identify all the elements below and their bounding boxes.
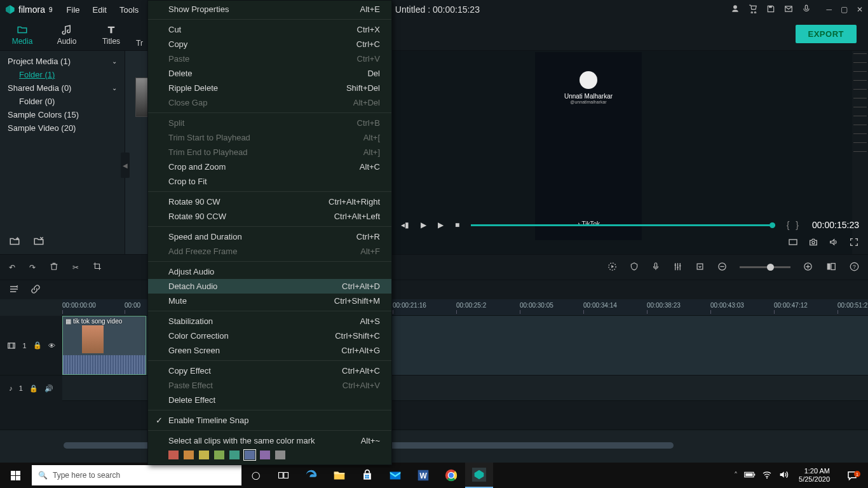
store-icon[interactable] [353,463,381,488]
ctx-color-swatch[interactable] [245,451,255,459]
tree-item[interactable]: Folder (0) [0,95,125,108]
ctx-color-swatch[interactable] [199,451,209,459]
minimize-button[interactable]: ─ [826,5,832,14]
lock-icon[interactable]: 🔒 [29,384,38,393]
menu-tools[interactable]: Tools [114,3,144,17]
quality-icon[interactable] [788,237,798,249]
manage-tracks-icon[interactable] [9,284,19,296]
link-icon[interactable] [31,284,41,296]
preview-viewport[interactable]: Unnati Malharkar @unnatimalharkar ♪ TikT… [535,52,642,240]
ctx-mute[interactable]: MuteCtrl+Shift+M [148,294,391,308]
ctx-rotate-90-cw[interactable]: Rotate 90 CWCtrl+Alt+Right [148,194,391,209]
word-icon[interactable]: W [409,463,437,488]
audio-track-header[interactable]: ♪ 1 🔒 🔊 [0,376,62,401]
sound-icon[interactable] [778,470,789,482]
delete-folder-icon[interactable] [33,236,44,249]
taskbar-search[interactable]: 🔍 Type here to search [32,465,241,485]
ctx-color-swatch[interactable] [168,451,179,459]
ctx-color-swatch[interactable] [260,451,270,459]
ctx-rotate-90-ccw[interactable]: Rotate 90 CCWCtrl+Alt+Left [148,209,391,224]
taskbar-clock[interactable]: 1:20 AM 5/25/2020 [795,467,834,484]
zoom-slider[interactable] [740,266,790,268]
notifications-icon[interactable]: 1 [840,470,864,481]
close-button[interactable]: ✕ [857,5,863,14]
edge-icon[interactable] [297,463,325,488]
video-clip[interactable]: ▦tik tok song video [62,316,146,375]
wifi-icon[interactable] [762,470,772,482]
ctx-detach-audio[interactable]: Detach AudioCtrl+Alt+D [148,279,391,294]
split-icon[interactable]: ✂ [72,263,79,272]
stop-button[interactable]: ■ [455,220,459,229]
mixer-icon[interactable] [673,262,682,273]
chrome-icon[interactable] [437,463,465,488]
preview-progress[interactable] [471,224,775,226]
tree-item[interactable]: Sample Colors (15) [0,108,125,121]
redo-icon[interactable]: ↷ [29,263,36,272]
marker-icon[interactable] [630,262,639,273]
tab-audio[interactable]: Audio [44,19,89,50]
tray-chevron-icon[interactable]: ˄ [734,471,738,480]
menu-edit[interactable]: Edit [88,3,112,17]
taskview-icon[interactable] [269,463,297,488]
tab-media[interactable]: Media [0,19,44,50]
ctx-color-swatch[interactable] [184,451,194,459]
maximize-button[interactable]: ▢ [841,5,848,14]
ctx-crop-and-zoom[interactable]: Crop and ZoomAlt+C [148,159,391,174]
ctx-adjust-audio[interactable]: Adjust Audio [148,264,391,279]
ctx-delete-effect[interactable]: Delete Effect [148,393,391,407]
filmora-task-icon[interactable] [465,463,493,488]
zoom-fit-icon[interactable] [825,262,837,273]
ctx-stabilization[interactable]: StabilizationAlt+S [148,314,391,329]
mic-icon[interactable] [802,4,811,15]
message-icon[interactable] [784,4,793,15]
ctx-delete[interactable]: DeleteDel [148,66,391,81]
add-marker-icon[interactable] [695,262,705,273]
undo-icon[interactable]: ↶ [9,263,15,272]
empty-track[interactable] [0,401,868,430]
ctx-green-screen[interactable]: Green ScreenCtrl+Alt+G [148,343,391,358]
ctx-crop-to-fit[interactable]: Crop to Fit [148,174,391,189]
prev-frame-button[interactable]: ◂▮ [401,220,409,229]
mark-brackets[interactable]: { } [787,220,801,230]
ctx-select-all-clips-with-the-same-color-mark[interactable]: Select all clips with the same color mar… [148,433,391,448]
battery-icon[interactable] [744,471,756,480]
ctx-show-properties[interactable]: Show PropertiesAlt+E [148,2,391,17]
ctx-color-swatch[interactable] [275,451,285,459]
render-icon[interactable] [607,262,617,273]
tree-item[interactable]: Shared Media (0)⌄ [0,81,125,95]
tree-item[interactable]: Sample Video (20) [0,121,125,135]
volume-icon[interactable] [829,237,839,249]
cart-icon[interactable] [749,4,757,15]
ctx-color-swatch[interactable] [229,451,240,459]
ctx-ripple-delete[interactable]: Ripple DeleteShift+Del [148,81,391,95]
start-button[interactable] [0,463,31,488]
snapshot-icon[interactable] [808,237,818,249]
crop-icon[interactable] [93,262,102,273]
ctx-color-swatch[interactable] [214,451,224,459]
ctx-cut[interactable]: CutCtrl+X [148,22,391,37]
zoom-out-icon[interactable] [717,262,727,273]
export-button[interactable]: EXPORT [796,25,857,43]
ctx-copy-effect[interactable]: Copy EffectCtrl+Alt+C [148,363,391,378]
new-folder-icon[interactable] [9,236,20,249]
tree-item[interactable]: Project Media (1)⌄ [0,55,125,68]
panel-collapse-handle[interactable]: ◀ [121,152,130,178]
save-icon[interactable] [766,4,775,15]
lock-icon[interactable]: 🔒 [33,341,42,349]
ctx-enable-timeline-snap[interactable]: Enable Timeline Snap [148,413,391,428]
tree-item[interactable]: Folder (1) [0,68,125,81]
zoom-in-icon[interactable] [803,262,813,273]
video-track-header[interactable]: 1 🔒 👁 [0,316,62,375]
mail-icon[interactable] [381,463,409,488]
eye-icon[interactable]: 👁 [48,342,55,349]
record-vo-icon[interactable] [651,262,660,273]
ctx-copy[interactable]: CopyCtrl+C [148,37,391,51]
delete-icon[interactable] [50,262,58,273]
ctx-color-correction[interactable]: Color CorrectionCtrl+Shift+C [148,329,391,343]
ctx-speed-and-duration[interactable]: Speed and DurationCtrl+R [148,229,391,244]
explorer-icon[interactable] [325,463,353,488]
next-frame-button[interactable]: ▶ [438,220,444,229]
menu-file[interactable]: File [62,3,85,17]
account-icon[interactable] [731,4,740,15]
speaker-icon[interactable]: 🔊 [44,384,53,393]
